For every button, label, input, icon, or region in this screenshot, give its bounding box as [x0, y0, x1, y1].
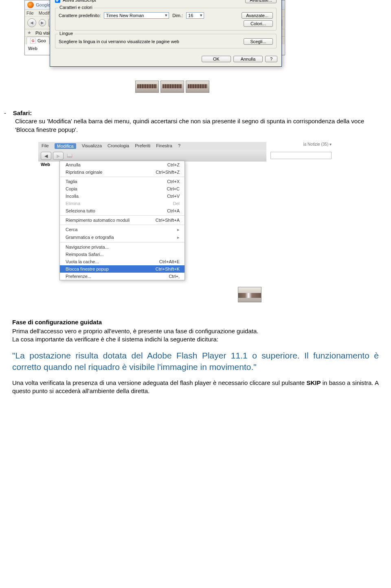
dd-seleziona-tutto[interactable]: Seleziona tuttoCtrl+A [60, 207, 185, 214]
dd-taglia[interactable]: TagliaCtrl+X [60, 178, 185, 185]
back-button[interactable]: ◀ [41, 152, 51, 160]
colors-row: Colori... [59, 20, 273, 27]
dd-navigazione-privata[interactable]: Navigazione privata... [60, 243, 185, 251]
back-button[interactable]: ◄ [27, 18, 36, 27]
web-label: Web [41, 162, 50, 167]
dd-reimposta[interactable]: Reimposta Safari... [60, 251, 185, 258]
menu-help[interactable]: ? [178, 143, 180, 149]
dd-annulla[interactable]: AnnullaCtrl+Z [60, 161, 185, 168]
size-select[interactable]: 16 [186, 12, 204, 19]
menu-modifica[interactable]: Modifica [55, 143, 76, 149]
javascript-row: Attiva JavaScript Avanzate... [55, 0, 277, 4]
tab-label: Goo [37, 38, 46, 43]
languages-legend: Lingue [58, 31, 75, 36]
dd-separator [60, 225, 185, 225]
safari-instruction-text: Cliccare su 'Modifica' nella barra dei m… [15, 117, 379, 134]
thumbnail-image [135, 81, 159, 93]
config-heading: Fase di configurazione guidata [12, 319, 379, 326]
javascript-label: Attiva JavaScript [63, 0, 96, 2]
menu-cronologia[interactable]: Cronologia [108, 143, 129, 149]
font-select[interactable]: Times New Roman [104, 12, 169, 19]
fonts-fieldset: Caratteri e colori Carattere predefinito… [55, 8, 277, 31]
config-section: Fase di configurazione guidata Prima del… [12, 319, 379, 396]
firefox-icon [27, 2, 34, 8]
default-font-label: Carattere predefinito: [59, 13, 101, 18]
chevron-right-icon: ▸ [177, 227, 180, 232]
chevron-right-icon: ▸ [177, 235, 180, 240]
tab-favicon: G [30, 38, 36, 44]
help-button[interactable]: ? [265, 56, 277, 62]
dd-separator [60, 215, 185, 216]
dialog-body: Blocca le finestre pop-up Eccezioni... C… [50, 0, 281, 52]
menu-visualizza[interactable]: Visualizza [82, 143, 102, 149]
ok-button[interactable]: OK [202, 56, 231, 62]
safari-instructions: - Safari: Cliccare su 'Modifica' nella b… [4, 109, 379, 134]
dd-copia[interactable]: CopiaCtrl+C [60, 185, 185, 192]
dialog-footer: OK Annulla ? [50, 52, 281, 66]
thumbnail-image [160, 81, 184, 93]
safari-menu-bar: File Modifica Visualizza Cronologia Pref… [38, 142, 266, 150]
modifica-dropdown: AnnullaCtrl+Z Ripristina originaleCtrl+S… [59, 161, 185, 280]
dd-vuota-cache[interactable]: Vuota la cache...Ctrl+Alt+E [60, 258, 185, 265]
languages-fieldset: Lingue Scegliere la lingua in cui verran… [55, 34, 277, 48]
js-advanced-button[interactable]: Avanzate... [245, 0, 277, 3]
config-p1: Prima dell'accesso vero e proprio all'ev… [12, 327, 379, 335]
url-field-stub [270, 152, 332, 159]
dd-separator [60, 177, 185, 177]
languages-text: Scegliere la lingua in cui verranno visu… [59, 39, 179, 44]
dd-cerca[interactable]: Cerca▸ [60, 226, 185, 234]
web-nav-label: Web [28, 46, 37, 51]
javascript-checkbox[interactable] [55, 0, 60, 3]
thumbnail-strip [135, 81, 379, 93]
dd-incolla[interactable]: IncollaCtrl+V [60, 192, 185, 200]
safari-window: File Modifica Visualizza Cronologia Pref… [38, 142, 266, 280]
fonts-advanced-button[interactable]: Avanzate... [242, 12, 273, 19]
dd-ripristina[interactable]: Ripristina originaleCtrl+Shift+Z [60, 168, 185, 176]
menu-file[interactable]: File [42, 143, 49, 149]
languages-row: Scegliere la lingua in cui verranno visu… [59, 38, 273, 45]
safari-toolbar: ◀ ▶ 📖 ia Notizie (35) ▾ [38, 150, 266, 162]
cancel-button[interactable]: Annulla [233, 56, 263, 62]
dd-riempimento[interactable]: Riempimento automatico moduliCtrl+Shift+… [60, 216, 185, 224]
thumbnail-image [186, 81, 209, 93]
choose-language-button[interactable]: Scegli... [244, 38, 273, 45]
font-row: Carattere predefinito: Times New Roman D… [59, 12, 273, 19]
menu-preferiti[interactable]: Preferiti [135, 143, 150, 149]
book-icon: 📖 [67, 153, 72, 158]
thumbnail-image [238, 287, 261, 302]
bookmark-star-icon: ★ [27, 30, 31, 35]
fonts-legend: Caratteri e colori [58, 5, 94, 10]
config-p2: La cosa importante da verificare è che i… [12, 335, 379, 343]
config-quote: "La postazione risulta dotata del Adobe … [12, 350, 379, 372]
dd-blocca-popup[interactable]: Blocca finestre popupCtrl+Shift+K [60, 265, 185, 273]
colors-button[interactable]: Colori... [244, 20, 273, 27]
forward-button[interactable]: ▶ [53, 152, 64, 160]
browser-tab[interactable]: G Goo [26, 37, 50, 44]
config-p3: Una volta verificata la presenza di una … [12, 379, 379, 396]
dd-separator [60, 242, 185, 243]
forward-button[interactable]: ► [39, 19, 46, 26]
tabs-right-text: ia Notizie (35) ▾ [303, 142, 332, 146]
options-dialog: Opzioni X 🗂Generale 🗔Schede 📄Contenuti 📋… [50, 0, 282, 67]
size-label: Dim.: [172, 13, 183, 18]
menu-file[interactable]: File [26, 11, 34, 15]
safari-heading: Safari: [13, 109, 32, 116]
menu-finestra[interactable]: Finestra [156, 143, 172, 149]
dd-preferenze[interactable]: Preferenze...Ctrl+, [60, 273, 185, 280]
dd-elimina: EliminaDel [60, 200, 185, 207]
dd-grammatica[interactable]: Grammatica e ortografia▸ [60, 234, 185, 241]
